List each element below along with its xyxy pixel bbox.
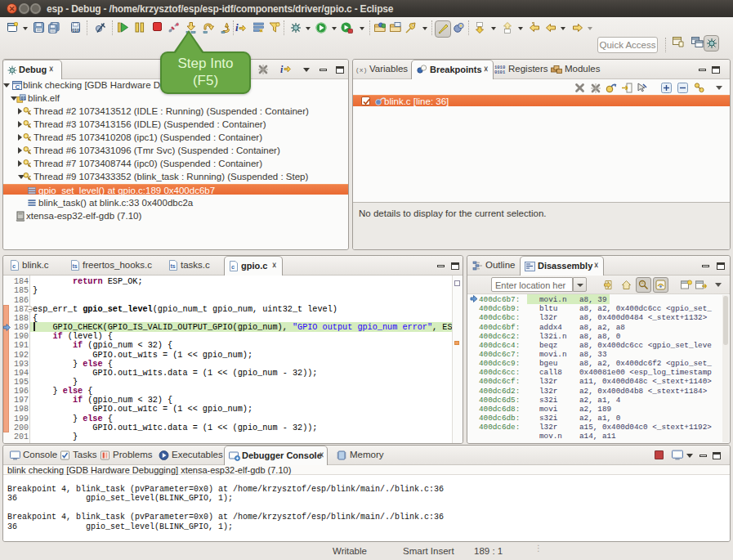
- svg-text:010: 010: [72, 28, 79, 33]
- svg-text:i: i: [235, 22, 239, 33]
- svg-text:C: C: [16, 83, 20, 91]
- svg-text:ts: ts: [73, 263, 78, 269]
- svg-text:0101: 0101: [494, 69, 506, 74]
- svg-text:(x)=: (x)=: [355, 66, 368, 74]
- svg-text:ts: ts: [171, 263, 176, 269]
- svg-text:c: c: [12, 262, 16, 270]
- svg-text:c: c: [231, 263, 235, 271]
- svg-text:01: 01: [21, 96, 26, 101]
- svg-text:i: i: [280, 64, 284, 74]
